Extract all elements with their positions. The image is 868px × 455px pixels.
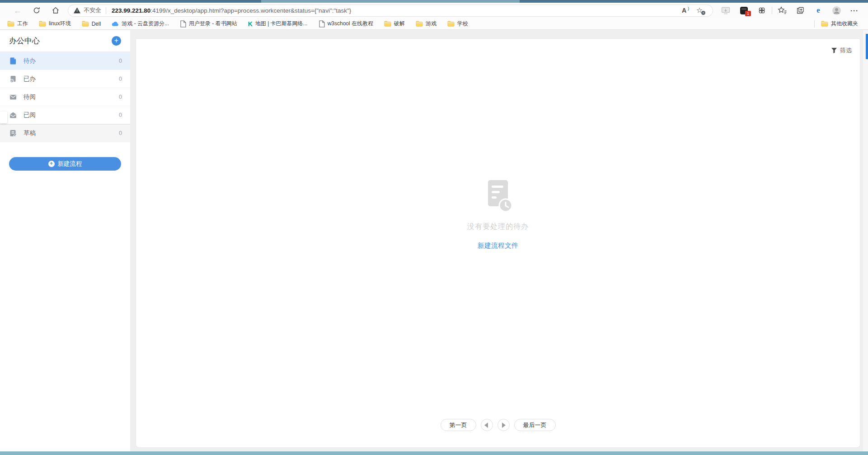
first-page-button[interactable]: 第一页 xyxy=(441,419,476,431)
bookmark-user-login[interactable]: 用户登录 - 看书网站 xyxy=(180,20,237,28)
funnel-icon xyxy=(831,47,837,54)
extension-badge: 1 xyxy=(745,11,751,16)
bookmark-folder-crack[interactable]: 破解 xyxy=(384,20,405,28)
extensions-menu-button[interactable] xyxy=(753,4,771,17)
draft-icon xyxy=(9,129,17,137)
new-process-label: 新建流程 xyxy=(58,160,82,168)
favorites-star-icon xyxy=(778,6,787,14)
back-button[interactable]: ← xyxy=(8,4,27,17)
sidebar-item-label: 待阅 xyxy=(23,93,36,101)
other-favorites-button[interactable]: 其他收藏夹 xyxy=(821,20,858,28)
folder-icon xyxy=(384,21,391,27)
address-bar[interactable]: ! 不安全 223.99.221.80:4199/x_desktop/app.h… xyxy=(68,5,713,17)
bookmark-cloud-games[interactable]: 游戏 - 云盘资源分... xyxy=(112,20,169,28)
bookmark-folder-games[interactable]: 游戏 xyxy=(416,20,436,28)
bookmark-label: Dell xyxy=(92,21,101,27)
bookmarks-right: 其他收藏夹 xyxy=(814,20,861,28)
bookmarks-bar: 工作 linux环境 Dell 游戏 - 云盘资源分... 用户登录 - 看书网… xyxy=(0,18,868,30)
url-path: :4199/x_desktop/app.html?app=process.wor… xyxy=(150,7,351,14)
address-divider xyxy=(106,7,106,14)
extensions-clover-icon xyxy=(758,6,766,14)
bookmark-kaspersky-map[interactable]: K 地图 | 卡巴斯基网络... xyxy=(248,20,308,28)
new-process-file-link[interactable]: 新建流程文件 xyxy=(478,241,518,250)
profile-button[interactable] xyxy=(827,4,845,17)
prev-page-button[interactable] xyxy=(481,419,493,431)
filter-button[interactable]: 筛选 xyxy=(831,46,852,55)
read-aloud-button[interactable]: A ) xyxy=(676,5,692,16)
sidebar-item-draft[interactable]: 草稿 0 xyxy=(0,124,130,142)
menu-dots-icon: ··· xyxy=(850,7,859,14)
settings-menu-button[interactable]: ··· xyxy=(845,4,863,17)
favorites-button[interactable] xyxy=(773,4,791,17)
security-label[interactable]: 不安全 xyxy=(84,6,101,14)
toolbar-divider xyxy=(772,7,772,14)
bookmark-label: 游戏 xyxy=(426,20,436,28)
bookmark-label: 学校 xyxy=(457,20,468,28)
sidebar-item-count: 0 xyxy=(119,112,122,118)
sidebar-item-label: 已阅 xyxy=(23,111,36,119)
folder-icon xyxy=(82,21,89,27)
refresh-button[interactable] xyxy=(27,4,46,17)
sidebar-item-count: 0 xyxy=(119,58,122,64)
browser-toolbar: ← ! 不安全 223.99.221.80:4199/x_desktop/app… xyxy=(0,3,868,18)
done-doc-icon xyxy=(9,75,17,83)
bookmark-label: 破解 xyxy=(394,20,405,28)
not-secure-warning-icon: ! xyxy=(74,8,80,14)
bookmark-label: 游戏 - 云盘资源分... xyxy=(122,20,169,28)
send-to-device-button[interactable] xyxy=(717,4,735,17)
mail-read-icon xyxy=(9,111,17,119)
sidebar-item-count: 0 xyxy=(119,76,122,82)
empty-message: 没有要处理的待办 xyxy=(136,222,860,232)
password-extension-button[interactable]: 1 xyxy=(735,4,753,17)
page-title: 办公中心 xyxy=(9,36,40,46)
pagination: 第一页 最后一页 xyxy=(136,419,860,431)
scrollbar-track[interactable] xyxy=(863,30,868,451)
url-text[interactable]: 223.99.221.80:4199/x_desktop/app.html?ap… xyxy=(112,7,676,14)
content-card: 筛选 没有要处理的待办 新建流程文件 第一页 xyxy=(136,38,860,448)
bookmark-w3school[interactable]: w3school 在线教程 xyxy=(319,20,373,28)
sidebar-item-done[interactable]: 已办 0 xyxy=(0,70,130,88)
add-favorite-button[interactable]: ☆ + xyxy=(692,5,707,16)
ie-mode-button[interactable]: e xyxy=(809,4,827,17)
bookmarks-divider xyxy=(814,20,815,28)
back-icon: ← xyxy=(14,6,22,15)
prev-arrow-icon xyxy=(484,422,488,428)
bookmark-folder-linux[interactable]: linux环境 xyxy=(39,20,71,28)
new-process-button[interactable]: + 新建流程 xyxy=(9,157,121,171)
add-button[interactable]: + xyxy=(112,36,121,46)
page-icon xyxy=(180,20,186,28)
home-icon xyxy=(52,6,60,14)
folder-icon xyxy=(447,21,455,27)
folder-icon xyxy=(821,21,828,27)
bookmark-label: linux环境 xyxy=(49,20,71,28)
collections-icon xyxy=(796,6,804,14)
plus-icon: + xyxy=(48,161,55,167)
bookmark-folder-school[interactable]: 学校 xyxy=(447,20,468,28)
sidebar-item-to-read[interactable]: 待阅 0 xyxy=(0,88,130,106)
bookmark-label: 用户登录 - 看书网站 xyxy=(189,20,237,28)
next-arrow-icon xyxy=(502,422,506,428)
empty-state: 没有要处理的待办 新建流程文件 xyxy=(136,179,860,250)
next-page-button[interactable] xyxy=(497,419,510,431)
folder-icon xyxy=(39,21,46,27)
folder-icon xyxy=(416,21,423,27)
sidebar-header: 办公中心 + xyxy=(0,30,130,52)
sidebar-item-todo[interactable]: 待办 0 xyxy=(0,52,130,70)
folder-icon xyxy=(7,21,14,27)
collections-button[interactable] xyxy=(791,4,809,17)
read-aloud-icon: A xyxy=(682,7,686,14)
bookmark-folder-dell[interactable]: Dell xyxy=(82,21,101,27)
mail-unread-icon xyxy=(9,93,17,101)
sidebar-item-label: 已办 xyxy=(23,75,36,83)
ie-mode-icon: e xyxy=(816,6,820,15)
bookmark-folder-work[interactable]: 工作 xyxy=(7,20,28,28)
home-button[interactable] xyxy=(46,4,65,17)
sidebar-item-count: 0 xyxy=(119,94,122,100)
scrollbar-thumb[interactable] xyxy=(866,34,868,59)
sidebar-drag-handle[interactable] xyxy=(0,111,7,123)
sidebar-item-read[interactable]: 已阅 0 xyxy=(0,106,130,124)
last-page-button[interactable]: 最后一页 xyxy=(514,419,556,431)
filter-label: 筛选 xyxy=(840,46,852,55)
todo-doc-icon xyxy=(9,57,17,65)
star-plus-badge-icon: + xyxy=(701,11,705,15)
